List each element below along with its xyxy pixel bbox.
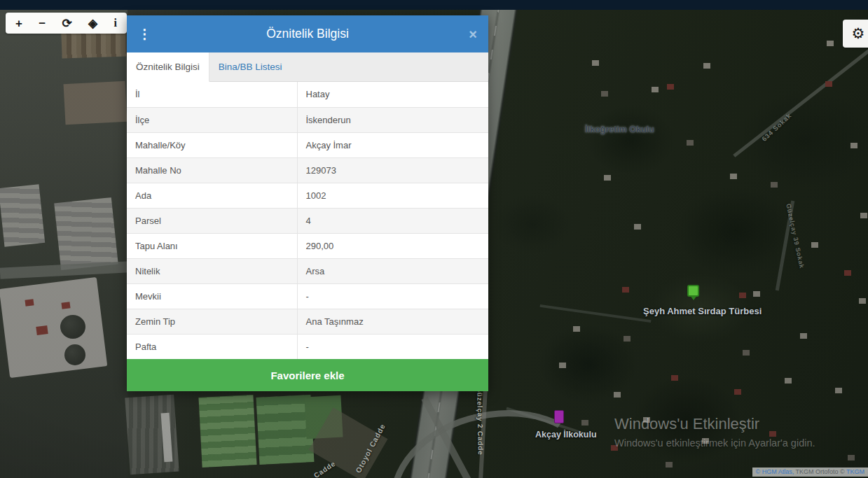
field-value: - bbox=[297, 334, 488, 359]
row-tapu-alani: Tapu Alanı 290,00 bbox=[127, 233, 488, 258]
field-label: Ada bbox=[127, 183, 297, 208]
attribution-text: TKGM Ortofoto © bbox=[794, 468, 846, 475]
map-label-seyh-ahmet-sirdap-turbesi: Şeyh Ahmet Sırdap Türbesi bbox=[643, 306, 762, 316]
row-mevkii: Mevkii - bbox=[127, 283, 488, 309]
row-nitelik: Nitelik Arsa bbox=[127, 258, 488, 283]
map-attribution: © HGM Atlas, TKGM Ortofoto © TKGM bbox=[752, 468, 868, 477]
refresh-icon[interactable]: ⟳ bbox=[62, 17, 72, 29]
attribution-tkgm-link[interactable]: TKGM bbox=[846, 468, 864, 475]
field-label: Mevkii bbox=[127, 283, 297, 309]
kebab-menu-icon[interactable]: ⋮ bbox=[138, 26, 152, 42]
field-value: Akçay İmar bbox=[297, 132, 488, 157]
row-il: İl Hatay bbox=[127, 82, 488, 107]
map-toolbar: + − ⟳ ◈ i bbox=[6, 13, 127, 34]
attribution-hgm-atlas-link[interactable]: © HGM Atlas, bbox=[756, 468, 794, 475]
green-parcel-marker[interactable] bbox=[687, 285, 699, 297]
field-label: Tapu Alanı bbox=[127, 233, 297, 258]
field-value: 1002 bbox=[297, 183, 488, 208]
map-label-akcay-ilkokulu: Akçay İlkokulu bbox=[535, 430, 597, 440]
field-label: Parsel bbox=[127, 208, 297, 233]
close-icon[interactable]: × bbox=[463, 27, 477, 41]
field-value: Ana Taşınmaz bbox=[297, 309, 488, 334]
top-navy-bar bbox=[0, 0, 868, 10]
field-label: Pafta bbox=[127, 334, 297, 359]
dialog-tabs: Öznitelik Bilgisi Bina/BB Listesi bbox=[127, 52, 488, 82]
row-mahalle-koy: Mahalle/Köy Akçay İmar bbox=[127, 132, 488, 157]
row-parsel: Parsel 4 bbox=[127, 208, 488, 233]
field-label: Mahalle No bbox=[127, 157, 297, 183]
field-value: 129073 bbox=[297, 157, 488, 183]
field-value: Arsa bbox=[297, 258, 488, 283]
purple-school-marker[interactable] bbox=[554, 410, 564, 423]
app-screen: İlkoğretim Okulu Şeyh Ahmet Sırdap Türbe… bbox=[0, 0, 868, 478]
dialog-header: ⋮ Öznitelik Bilgisi × bbox=[127, 15, 488, 52]
field-value: Hatay bbox=[297, 82, 488, 107]
attribute-table: İl Hatay İlçe İskenderun Mahalle/Köy Akç… bbox=[127, 82, 488, 359]
info-icon[interactable]: i bbox=[114, 17, 117, 29]
field-label: Mahalle/Köy bbox=[127, 132, 297, 157]
field-label: İlçe bbox=[127, 107, 297, 132]
zoom-out-button[interactable]: − bbox=[39, 17, 46, 29]
add-to-favorites-button[interactable]: Favorilere ekle bbox=[127, 359, 488, 391]
map-label-ilkogretim-okulu: İlkoğretim Okulu bbox=[585, 125, 654, 134]
field-value: 290,00 bbox=[297, 233, 488, 258]
zoom-in-button[interactable]: + bbox=[15, 17, 22, 29]
field-label: Zemin Tip bbox=[127, 309, 297, 334]
field-label: Nitelik bbox=[127, 258, 297, 283]
settings-gear-button[interactable]: ⚙ bbox=[843, 20, 868, 48]
tab-bina-bb-listesi[interactable]: Bina/BB Listesi bbox=[209, 52, 291, 81]
row-ada: Ada 1002 bbox=[127, 183, 488, 208]
attribute-info-dialog: ⋮ Öznitelik Bilgisi × Öznitelik Bilgisi … bbox=[127, 15, 488, 391]
field-value: - bbox=[297, 283, 488, 309]
row-pafta: Pafta - bbox=[127, 334, 488, 359]
dialog-title: Öznitelik Bilgisi bbox=[152, 27, 463, 41]
row-ilce: İlçe İskenderun bbox=[127, 107, 488, 132]
locate-icon[interactable]: ◈ bbox=[88, 17, 97, 29]
tab-oznitelik-bilgisi[interactable]: Öznitelik Bilgisi bbox=[127, 52, 209, 82]
field-value: 4 bbox=[297, 208, 488, 233]
field-label: İl bbox=[127, 82, 297, 107]
row-zemin-tip: Zemin Tip Ana Taşınmaz bbox=[127, 309, 488, 334]
street-label-guzelcay-2-cadde: Güzelçay 2 Cadde bbox=[476, 386, 485, 456]
gear-icon: ⚙ bbox=[852, 25, 865, 41]
row-mahalle-no: Mahalle No 129073 bbox=[127, 157, 488, 183]
field-value: İskenderun bbox=[297, 107, 488, 132]
